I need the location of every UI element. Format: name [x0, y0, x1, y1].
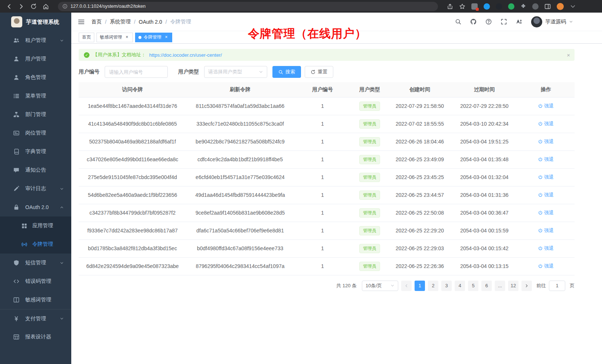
tab-token[interactable]: 令牌管理× [135, 33, 172, 42]
tab-close-icon[interactable]: × [164, 35, 169, 40]
cell-access: 275e5de9151045fe87cbdc395e004f4d [79, 168, 186, 186]
tab-label: 令牌管理 [144, 34, 161, 40]
cell-expires: 2054-03-04 00:15:59 [451, 222, 517, 239]
github-icon[interactable] [470, 19, 477, 25]
sidebar-item-pay[interactable]: 支付管理 [0, 309, 71, 328]
breadcrumb-oauth[interactable]: OAuth 2.0 [139, 19, 162, 25]
search-icon[interactable] [455, 19, 461, 25]
cell-created: 2022-06-25 23:49:09 [388, 150, 451, 168]
force-logout-button[interactable]: 强退 [538, 209, 554, 216]
share-icon[interactable] [447, 3, 453, 10]
tab-home[interactable]: 首页 [79, 33, 94, 42]
fullscreen-icon[interactable] [501, 19, 507, 25]
table-row: 1ea5e44f8bc1467aaede43144f31de76811c5304… [79, 97, 575, 115]
page-size-select[interactable]: 10条/页 [362, 281, 398, 291]
user-menu[interactable]: 芋道源码 [531, 16, 573, 27]
sidebar-item-audit[interactable]: 审计日志 [0, 179, 71, 198]
sidebar-item-sensitive[interactable]: 敏感词管理 [0, 291, 71, 309]
forward-icon[interactable] [18, 3, 24, 10]
more-pages-button[interactable]: ... [495, 281, 505, 291]
breadcrumb-home[interactable]: 首页 [91, 19, 102, 25]
app-logo[interactable]: 芋道管理系统 [0, 13, 71, 31]
force-logout-button[interactable]: 强退 [538, 245, 554, 252]
puzzle-extensions-icon[interactable] [520, 3, 526, 9]
sidebar-item-errcode[interactable]: 错误码管理 [0, 272, 71, 291]
goto-page-input[interactable] [549, 281, 565, 291]
page-button-1[interactable]: 1 [415, 281, 425, 291]
active-tab-dot [138, 36, 141, 39]
sidebar-item-role[interactable]: 角色管理 [0, 68, 71, 87]
site-info-icon[interactable] [62, 4, 68, 9]
sidebar-item-oauth-app[interactable]: 应用管理 [0, 216, 71, 235]
split-view-icon[interactable] [544, 3, 551, 10]
page-button-12[interactable]: 12 [508, 281, 518, 291]
chevron-up-icon [60, 205, 64, 209]
sidebar-item-label: 错误码管理 [25, 278, 51, 285]
prev-page-button[interactable] [401, 281, 412, 291]
cell-expires: 2054-03-10 20:42:34 [451, 115, 517, 133]
home-icon[interactable] [43, 3, 49, 10]
breadcrumb-system[interactable]: 系统管理 [110, 19, 131, 25]
cell-action: 强退 [517, 222, 575, 239]
bookmark-star-icon[interactable] [459, 3, 465, 10]
force-logout-button[interactable]: 强退 [538, 192, 554, 198]
chevron-down-icon [60, 317, 64, 321]
dept-icon [13, 112, 19, 118]
back-icon[interactable] [6, 3, 12, 10]
sidebar-item-dict[interactable]: 字典管理 [0, 142, 71, 161]
table-row: 6d842e2924594de9a09e45e087323abe8796295f… [79, 257, 575, 275]
page-button-2[interactable]: 2 [428, 281, 438, 291]
user-type-select[interactable]: 请选择用户类型 [204, 66, 267, 78]
next-page-button[interactable] [521, 281, 532, 291]
reset-button[interactable]: 重置 [305, 66, 333, 78]
cell-expires: 2054-03-04 19:51:25 [451, 133, 517, 150]
sidebar-item-sms[interactable]: 短信管理 [0, 254, 71, 272]
sidebar-item-oauth-token[interactable]: 令牌管理 [0, 235, 71, 254]
extension-icon-badged[interactable] [471, 3, 478, 10]
cell-user_id: 1 [294, 168, 351, 186]
force-logout-button[interactable]: 强退 [538, 227, 554, 234]
page-button-3[interactable]: 3 [441, 281, 452, 291]
extension-icon-blue[interactable] [484, 3, 490, 10]
force-logout-button[interactable]: 强退 [538, 263, 554, 269]
page-button-4[interactable]: 4 [455, 281, 465, 291]
post-icon [13, 130, 19, 136]
page-button-6[interactable]: 6 [481, 281, 492, 291]
sidebar-item-dept[interactable]: 部门管理 [0, 105, 71, 124]
user-id-input[interactable] [105, 66, 168, 78]
page-button-5[interactable]: 5 [468, 281, 478, 291]
sidebar-item-report[interactable]: 报表设计器 [0, 328, 71, 346]
user-type-badge: 管理员 [359, 226, 380, 235]
sidebar-item-label: 角色管理 [25, 74, 46, 81]
breadcrumb: 首页 / 系统管理 / OAuth 2.0 / 令牌管理 [91, 19, 191, 25]
tab-sensitive[interactable]: 敏感词管理× [96, 33, 133, 42]
sidebar-item-oauth[interactable]: OAuth 2.0 [0, 198, 71, 216]
extension-icon-green[interactable] [508, 3, 514, 10]
chevron-down-icon [259, 70, 263, 74]
force-logout-button[interactable]: 强退 [538, 103, 554, 109]
extension-icon-dark[interactable] [496, 3, 502, 10]
reload-icon[interactable] [30, 3, 37, 10]
sidebar-item-notice[interactable]: 通知公告 [0, 161, 71, 179]
alert-close-icon[interactable]: × [567, 52, 570, 58]
force-logout-button[interactable]: 强退 [538, 138, 554, 145]
font-size-icon[interactable] [516, 19, 522, 25]
tab-close-icon[interactable]: × [124, 35, 130, 40]
sidebar-item-post[interactable]: 岗位管理 [0, 124, 71, 142]
sidebar-item-user[interactable]: 用户管理 [0, 50, 71, 68]
alert-doc-link[interactable]: https://doc.iocoder.cn/user-center/ [149, 52, 222, 58]
table-header: 访问令牌刷新令牌用户编号用户类型创建时间过期时间操作 [79, 82, 575, 97]
extension-icon-gray[interactable] [532, 3, 539, 10]
address-bar[interactable]: 127.0.0.1:1024/system/oauth2/token [58, 2, 438, 11]
hamburger-icon[interactable] [78, 19, 85, 25]
tenant-icon [13, 37, 19, 43]
browser-menu-caret-icon[interactable] [570, 3, 576, 10]
force-logout-button[interactable]: 强退 [538, 156, 554, 163]
force-logout-button[interactable]: 强退 [538, 174, 554, 181]
search-button[interactable]: 搜索 [272, 66, 301, 78]
force-logout-button[interactable]: 强退 [538, 120, 554, 127]
browser-profile-avatar[interactable] [557, 3, 564, 10]
help-icon[interactable] [485, 19, 492, 25]
sidebar-item-tenant[interactable]: 租户管理 [0, 31, 71, 50]
sidebar-item-menu[interactable]: 菜单管理 [0, 87, 71, 105]
